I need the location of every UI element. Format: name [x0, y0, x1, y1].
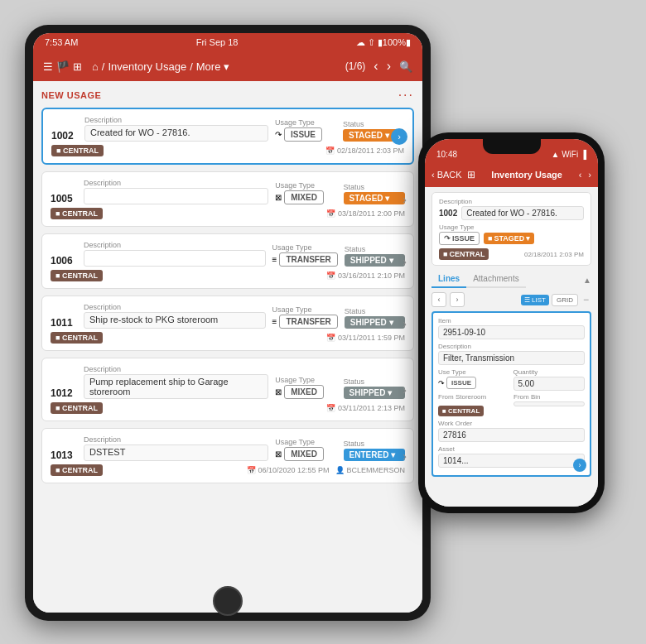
phone-desc-label: Description	[439, 198, 584, 205]
tablet-battery: ☁ ⇧ ▮100%▮	[356, 37, 411, 48]
issue-icon: ↷	[275, 130, 282, 139]
section-options[interactable]: ···	[398, 88, 414, 103]
hamburger-icon[interactable]: ☰	[43, 60, 53, 73]
status-badge[interactable]: SHIPPED ▾	[344, 387, 405, 399]
status-label: Status	[344, 183, 405, 191]
item-value[interactable]: 2951-09-10	[438, 325, 585, 339]
card-chevron[interactable]: ›	[391, 128, 407, 145]
phone-status-badge[interactable]: ■ STAGED ▾	[484, 233, 534, 244]
phone-detail-date: 02/18/2011 2:03 PM	[524, 251, 584, 258]
desc-value[interactable]	[84, 250, 266, 267]
line-chevron[interactable]: ›	[573, 459, 586, 472]
usage-type-badge: MIXED	[284, 447, 324, 461]
work-order-value[interactable]: 27816	[438, 428, 585, 442]
back-label: BACK	[437, 170, 462, 180]
status-badge[interactable]: STAGED ▾	[344, 192, 405, 204]
storeroom-bin-row: From Storeroom ■ CENTRAL From Bin	[438, 393, 585, 416]
section-title: NEW USAGE	[41, 90, 101, 100]
card-chevron[interactable]: ›	[403, 317, 407, 330]
card-date: 📅 03/16/2011 2:10 PM	[326, 272, 405, 280]
usage-card-1012[interactable]: 1012 Description Pump replacement ship t…	[41, 358, 414, 421]
item-desc-value[interactable]: Filter, Transmission	[438, 351, 585, 365]
desc-value[interactable]: Pump replacement ship to Garage storeroo…	[84, 374, 268, 399]
qty-col: Quantity 5.00	[513, 368, 586, 391]
location-badge[interactable]: ■ CENTRAL	[51, 464, 103, 476]
qty-value[interactable]: 5.00	[513, 377, 586, 391]
from-storeroom-badge[interactable]: ■ CENTRAL	[438, 406, 484, 416]
card-date: 📅 03/11/2011 1:59 PM	[326, 334, 405, 342]
status-label: Status	[344, 440, 405, 448]
desc-value[interactable]: Ship re-stock to PKG storeroom	[84, 312, 266, 329]
phone-icons: ▲ WiFi ▐	[551, 150, 586, 159]
location-badge[interactable]: ■ CENTRAL	[51, 332, 103, 344]
prev-line-btn[interactable]: ‹	[431, 292, 446, 307]
phone-prev-btn[interactable]: ‹	[579, 170, 582, 180]
usage-card-1013[interactable]: 1013 Description DSTEST Usage Type ⊠ MIX…	[41, 428, 414, 483]
tablet-time: 7:53 AM	[45, 37, 78, 47]
phone-toolbar: ‹ › ☰ LIST GRID −	[431, 292, 591, 307]
usage-card-1005[interactable]: 1005 Description Usage Type ⊠ MIXED	[41, 171, 414, 227]
phone-next-btn[interactable]: ›	[588, 170, 591, 180]
phone-line-nav: ‹ ›	[431, 292, 465, 307]
tab-attachments[interactable]: Attachments	[466, 271, 526, 286]
breadcrumb-item[interactable]: Inventory Usage	[108, 60, 186, 73]
location-badge[interactable]: ■ CENTRAL	[51, 270, 103, 281]
phone-location-badge[interactable]: ■ CENTRAL	[439, 248, 489, 260]
phone-usage-badge: ↷ ISSUE	[439, 232, 480, 245]
search-button[interactable]: 🔍	[399, 60, 412, 73]
work-order-row: Work Order 27816	[438, 420, 585, 442]
desc-value[interactable]: DSTEST	[84, 445, 268, 461]
tab-lines[interactable]: Lines	[431, 271, 466, 288]
item-desc-label: Description	[438, 343, 585, 350]
collapse-icon[interactable]: ▲	[583, 276, 591, 285]
status-badge[interactable]: SHIPPED ▾	[345, 254, 405, 267]
status-badge[interactable]: ENTERED ▾	[344, 449, 405, 461]
back-button[interactable]: ‹ BACK	[431, 170, 462, 180]
from-bin-label: From Bin	[513, 393, 585, 401]
prev-button[interactable]: ‹	[374, 59, 378, 74]
card-chevron[interactable]: ›	[403, 255, 407, 268]
transfer-icon: ≡	[272, 317, 277, 326]
desc-value[interactable]: Created for WO - 27816.	[84, 125, 268, 142]
use-type-qty-row: Use Type ↷ ISSUE Quantity 5.00	[438, 368, 585, 391]
card-date: 📅 06/10/2020 12:55 PM 👤 BCLEMMERSON	[247, 466, 405, 474]
grid-view-btn[interactable]: GRID	[552, 294, 578, 306]
phone-tabs: Lines Attachments	[431, 271, 526, 288]
transfer-icon: ≡	[272, 255, 277, 264]
tablet-content: NEW USAGE ··· 1002 Description Created f…	[33, 81, 422, 613]
home-icon[interactable]: ⌂	[92, 60, 99, 73]
card-chevron[interactable]: ›	[403, 193, 407, 206]
sep2: /	[190, 60, 193, 73]
location-badge[interactable]: ■ CENTRAL	[51, 402, 103, 414]
next-button[interactable]: ›	[387, 59, 391, 74]
usage-card-1011[interactable]: 1011 Description Ship re-stock to PKG st…	[41, 296, 414, 351]
usage-type-badge: TRANSFER	[279, 252, 337, 267]
line-item-card[interactable]: Item 2951-09-10 Description Filter, Tran…	[431, 311, 591, 477]
remove-btn[interactable]: −	[581, 294, 591, 305]
tablet-status-bar: 7:53 AM Fri Sep 18 ☁ ⇧ ▮100%▮	[33, 33, 422, 51]
tablet-day: Fri Sep 18	[196, 37, 239, 47]
from-bin-value[interactable]	[513, 401, 585, 406]
next-line-btn[interactable]: ›	[450, 292, 465, 307]
phone-desc-value[interactable]: Created for WO - 27816.	[461, 206, 584, 220]
desc-value[interactable]	[84, 188, 268, 204]
home-button[interactable]	[213, 586, 243, 616]
use-type-label: Use Type	[438, 368, 510, 376]
asset-value[interactable]: 1014...	[438, 454, 585, 468]
asset-row: Asset 1014...	[438, 445, 585, 468]
location-badge[interactable]: ■ CENTRAL	[51, 208, 103, 219]
card-chevron[interactable]: ›	[403, 383, 407, 396]
more-button[interactable]: More	[196, 60, 221, 73]
desc-label: Description	[84, 303, 266, 311]
status-badge[interactable]: SHIPPED ▾	[345, 316, 405, 329]
list-view-btn[interactable]: ☰ LIST	[521, 295, 549, 305]
phone-grid-icon[interactable]: ⊞	[467, 169, 475, 180]
card-chevron[interactable]: ›	[403, 449, 407, 463]
sep1: /	[102, 60, 105, 73]
grid-icon[interactable]: ⊞	[73, 60, 82, 73]
phone-badges: ↷ ISSUE ■ STAGED ▾	[439, 232, 584, 245]
item-label: Item	[438, 317, 585, 324]
usage-card-1006[interactable]: 1006 Description Usage Type ≡ TRANSFER	[41, 233, 414, 289]
location-badge[interactable]: ■ CENTRAL	[51, 145, 104, 156]
usage-card-1002[interactable]: 1002 Description Created for WO - 27816.…	[41, 108, 414, 165]
